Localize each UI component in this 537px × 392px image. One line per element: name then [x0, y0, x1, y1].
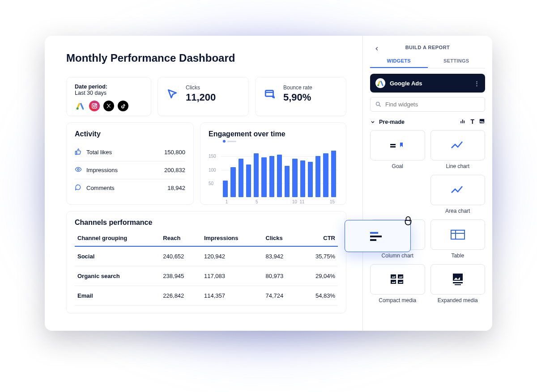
svg-point-8 — [377, 84, 379, 86]
cell-clicks: 80,973 — [263, 266, 299, 286]
svg-rect-31 — [370, 236, 382, 237]
panel-tabs: WIDGETS SETTINGS — [370, 55, 485, 68]
table-header[interactable]: Channel grouping — [75, 230, 160, 246]
tool-text-icon[interactable]: T — [470, 118, 474, 126]
tiktok-icon[interactable] — [118, 101, 128, 111]
chart-bar[interactable] — [269, 156, 274, 197]
x-twitter-icon[interactable] — [103, 101, 114, 111]
chart-bar[interactable] — [261, 157, 266, 197]
svg-point-0 — [77, 107, 79, 110]
chart-marker — [223, 140, 226, 143]
chart-bar[interactable] — [246, 164, 251, 197]
svg-rect-12 — [462, 120, 463, 123]
chart-bar[interactable] — [239, 159, 243, 197]
channels-title: Channels performance — [75, 219, 338, 227]
svg-rect-25 — [391, 280, 396, 284]
svg-point-2 — [94, 105, 96, 107]
activity-label: Impressions — [86, 167, 118, 173]
dragging-widget-preview[interactable] — [345, 220, 411, 252]
chevron-down-icon — [370, 119, 375, 125]
date-period-card[interactable]: Date period: Last 30 days — [66, 77, 151, 116]
engagement-title: Engagement over time — [209, 130, 338, 138]
bounce-icon — [264, 88, 276, 100]
chart-bar[interactable] — [230, 167, 235, 197]
svg-rect-30 — [370, 232, 378, 234]
more-menu-icon[interactable]: ⋮ — [474, 80, 480, 87]
kpi-bounce-value: 5,90% — [283, 92, 312, 103]
cell-clicks: 74,724 — [263, 286, 299, 306]
tool-chart-icon[interactable] — [460, 118, 466, 126]
cell-ctr: 29,04% — [299, 266, 338, 286]
activity-title: Activity — [75, 130, 185, 138]
svg-point-9 — [376, 102, 380, 106]
widget-label: Goal — [370, 160, 425, 169]
widget-expanded-media[interactable] — [430, 264, 486, 295]
chart-bar[interactable] — [308, 162, 313, 197]
activity-value: 150,800 — [164, 149, 185, 156]
chart-range-indicator — [227, 141, 236, 142]
data-source-chip[interactable]: Google Ads ⋮ — [370, 74, 485, 93]
chart-bar[interactable] — [300, 160, 305, 198]
chart-bar[interactable] — [315, 156, 320, 197]
svg-point-7 — [77, 169, 79, 170]
kpi-clicks-value: 11,200 — [186, 92, 216, 103]
svg-rect-23 — [391, 274, 396, 278]
single-value-widget-icon — [370, 231, 385, 241]
app-window: Monthly Performance Dashboard Date perio… — [45, 36, 492, 331]
svg-rect-4 — [265, 90, 273, 96]
google-ads-icon — [375, 78, 385, 88]
page-title: Monthly Performance Dashboard — [66, 52, 346, 64]
kpi-bounce-label: Bounce rate — [283, 84, 312, 91]
table-header[interactable]: CTR — [299, 230, 338, 246]
widget-table[interactable] — [430, 219, 486, 250]
chart-bar[interactable] — [254, 153, 259, 197]
chart-bar[interactable] — [285, 166, 290, 197]
svg-rect-16 — [390, 146, 396, 148]
cell-reach: 240,652 — [160, 246, 201, 266]
data-source-name: Google Ads — [390, 80, 422, 87]
activity-row[interactable]: Impressions 200,832 — [75, 161, 185, 179]
kpi-clicks-card[interactable]: Clicks 11,200 — [158, 77, 249, 116]
table-row[interactable]: Organic search 238,945 117,083 80,973 29… — [75, 266, 338, 286]
back-button[interactable] — [372, 44, 382, 54]
widget-label: Area chart — [430, 205, 486, 214]
table-header[interactable]: Impressions — [201, 230, 263, 246]
widget-area-chart[interactable] — [430, 175, 486, 205]
tool-image-icon[interactable] — [479, 118, 485, 126]
svg-rect-11 — [461, 121, 462, 123]
kpi-bounce-card[interactable]: Bounce rate 5,90% — [255, 77, 346, 116]
chart-bar[interactable] — [277, 155, 282, 197]
widget-goal[interactable] — [370, 130, 425, 160]
engagement-bar-chart[interactable]: 5010015015101115 — [209, 143, 338, 197]
engagement-chart-card: Engagement over time 5010015015101115 — [200, 122, 346, 205]
chart-bar[interactable] — [331, 151, 336, 197]
activity-icon — [75, 148, 82, 156]
activity-row[interactable]: Total likes 150,800 — [75, 143, 185, 161]
widget-line-chart[interactable] — [430, 130, 486, 160]
table-row[interactable]: Social 240,652 120,942 83,942 35,75% — [75, 246, 338, 266]
instagram-icon[interactable] — [89, 101, 100, 111]
table-row[interactable]: Email 226,842 114,357 74,724 54,83% — [75, 286, 338, 306]
tab-settings[interactable]: SETTINGS — [428, 55, 486, 68]
activity-label: Total likes — [86, 149, 112, 156]
search-icon — [375, 101, 382, 108]
chart-bar[interactable] — [323, 153, 328, 197]
svg-rect-24 — [398, 274, 403, 278]
chart-bar[interactable] — [223, 181, 228, 197]
widget-search-input[interactable] — [385, 101, 480, 108]
svg-rect-28 — [453, 282, 463, 283]
table-header[interactable]: Clicks — [263, 230, 299, 246]
channel-name: Social — [75, 246, 160, 266]
widget-search[interactable] — [370, 97, 485, 112]
widget-group-header[interactable]: Pre-made T — [370, 118, 485, 126]
channel-name: Email — [75, 286, 160, 306]
mid-row: Activity Total likes 150,800 Impressions… — [66, 122, 346, 205]
cell-impressions: 120,942 — [201, 246, 263, 266]
table-header[interactable]: Reach — [160, 230, 201, 246]
google-ads-icon[interactable] — [75, 101, 85, 111]
chart-bar[interactable] — [292, 159, 297, 197]
activity-row[interactable]: Comments 18,942 — [75, 179, 185, 197]
tab-widgets[interactable]: WIDGETS — [370, 55, 428, 68]
svg-rect-29 — [455, 284, 461, 285]
widget-compact-media[interactable] — [370, 264, 425, 295]
